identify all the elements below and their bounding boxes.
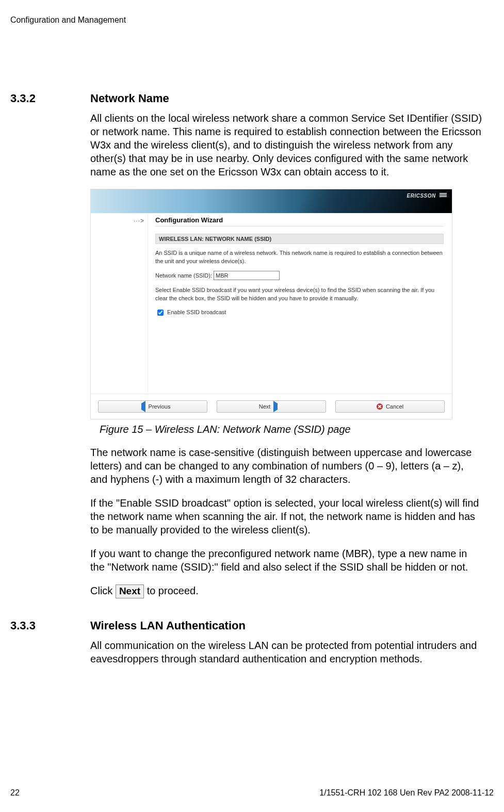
- para-1: The network name is case-sensitive (dist…: [90, 446, 482, 486]
- wizard-left-pane: ···>: [91, 213, 148, 394]
- wizard-step-arrow-icon: ···>: [134, 217, 144, 224]
- wizard-next-button[interactable]: Next: [217, 400, 326, 413]
- wizard-previous-button[interactable]: Previous: [98, 400, 207, 413]
- wizard-ssid-input[interactable]: MBR: [214, 271, 280, 280]
- cancel-icon: [377, 403, 383, 410]
- wizard-ssid-row: Network name (SSID): MBR: [155, 271, 444, 280]
- wizard-cancel-button[interactable]: Cancel: [335, 400, 445, 413]
- wizard-next-label: Next: [259, 403, 271, 410]
- wizard-button-bar: Previous Next Cancel: [91, 394, 452, 419]
- wizard-broadcast-row: Enable SSID broadcast: [155, 308, 444, 317]
- page-footer: 22 1/1551-CRH 102 168 Uen Rev PA2 2008-1…: [10, 788, 494, 798]
- section-title-333: Wireless LAN Authentication: [90, 619, 482, 632]
- para-3: If you want to change the preconfigured …: [90, 547, 482, 574]
- wizard-previous-label: Previous: [149, 403, 171, 410]
- arrow-right-icon: [273, 401, 284, 412]
- inline-next-button: Next: [116, 584, 144, 598]
- arrow-left-icon: [135, 401, 145, 412]
- ericsson-bars-icon: [440, 193, 447, 198]
- para-333: All communication on the wireless LAN ca…: [90, 639, 482, 665]
- wizard-ssid-label: Network name (SSID):: [155, 272, 212, 279]
- section-number-332: 3.3.2: [10, 92, 90, 105]
- wizard-section-heading: WIRELESS LAN: NETWORK NAME (SSID): [155, 234, 444, 244]
- running-header: Configuration and Management: [10, 15, 494, 25]
- wizard-title: Configuration Wizard: [155, 216, 444, 226]
- wizard-topbar: ERICSSON: [91, 189, 452, 213]
- wizard-desc-1: An SSID is a unique name of a wireless n…: [155, 249, 444, 266]
- figure-caption: Figure 15 – Wireless LAN: Network Name (…: [100, 424, 482, 435]
- ericsson-logo-text: ERICSSON: [407, 193, 435, 199]
- section-number-333: 3.3.3: [10, 619, 90, 632]
- ericsson-logo: ERICSSON: [407, 192, 447, 199]
- page-number: 22: [10, 788, 20, 798]
- wizard-desc-2: Select Enable SSID broadcast if you want…: [155, 286, 444, 303]
- section-title-332: Network Name: [90, 92, 482, 105]
- para-2: If the "Enable SSID broadcast" option is…: [90, 496, 482, 537]
- wizard-cancel-label: Cancel: [386, 403, 403, 410]
- click-next-line: Click Next to proceed.: [90, 584, 482, 598]
- wizard-broadcast-label: Enable SSID broadcast: [167, 309, 226, 315]
- wizard-broadcast-checkbox[interactable]: [157, 310, 164, 316]
- intro-paragraph: All clients on the local wireless networ…: [90, 111, 482, 178]
- doc-id: 1/1551-CRH 102 168 Uen Rev PA2 2008-11-1…: [319, 788, 494, 798]
- click-label-after: to proceed.: [144, 585, 199, 596]
- click-label-before: Click: [90, 585, 116, 596]
- wizard-figure: ERICSSON ···> Configuration Wizard WIREL…: [90, 189, 452, 419]
